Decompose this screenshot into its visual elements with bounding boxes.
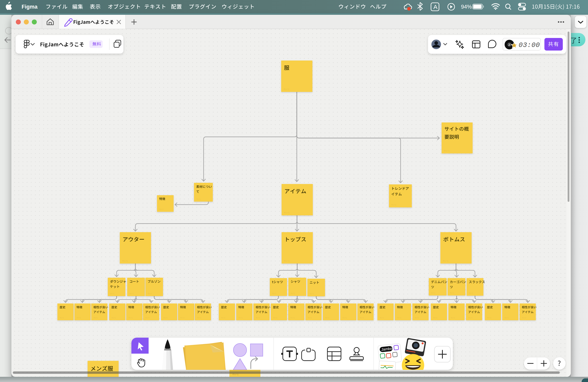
svg-text:94%: 94% xyxy=(461,4,472,10)
svg-text:Figma: Figma xyxy=(21,4,38,10)
svg-text:A: A xyxy=(433,4,437,10)
